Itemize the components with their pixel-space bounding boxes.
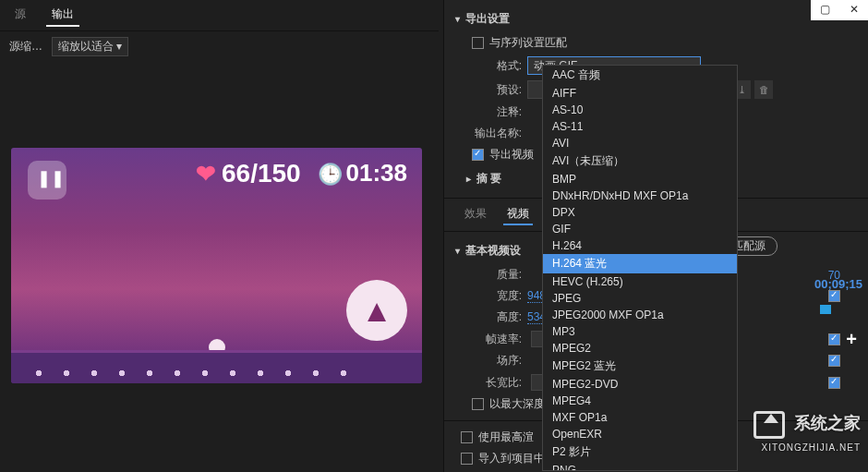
match-sequence-row[interactable]: 与序列设置匹配 <box>455 32 857 54</box>
format-option[interactable]: AAC 音频 <box>543 66 737 85</box>
output-name-label: 输出名称: <box>472 126 522 141</box>
window-buttons: ▢ ✕ <box>811 0 868 20</box>
zoom-controls: 源缩… 缩放以适合 ▾ <box>0 31 439 62</box>
format-option[interactable]: GIF <box>543 221 737 237</box>
use-max-render-label: 使用最高渲 <box>478 430 534 445</box>
house-icon <box>753 411 785 439</box>
export-settings-title: 导出设置 <box>465 11 510 27</box>
width-lock-checkbox[interactable] <box>828 290 840 302</box>
preset-delete-button[interactable]: 🗑 <box>754 80 773 99</box>
format-option[interactable]: P2 影片 <box>543 442 737 462</box>
export-video-label: 导出视频 <box>489 147 534 163</box>
watermark: 系统之家 XITONGZHIJIA.NET <box>753 411 861 455</box>
zoom-label: 源缩… <box>9 39 42 54</box>
add-marker-button[interactable]: + <box>846 329 857 350</box>
format-option[interactable]: MPEG4 <box>543 393 737 409</box>
quality-label: 质量: <box>472 267 522 283</box>
ground-dots <box>30 370 348 376</box>
fps-lock-checkbox[interactable] <box>828 333 840 345</box>
collapse-icon: ▾ <box>455 246 460 256</box>
jump-button[interactable]: ▲ <box>346 280 407 341</box>
format-option[interactable]: JPEG <box>543 290 737 307</box>
clock-icon: 🕒 <box>318 163 343 186</box>
maxdepth-checkbox[interactable] <box>472 398 484 410</box>
format-option[interactable]: HEVC (H.265) <box>543 273 737 290</box>
format-option[interactable]: DNxHR/DNxHD MXF OP1a <box>543 188 737 204</box>
aspect-label: 长宽比: <box>472 375 522 391</box>
arrow-up-icon: ▲ <box>361 293 392 329</box>
format-option[interactable]: OpenEXR <box>543 426 737 442</box>
collapse-icon: ▾ <box>455 14 460 24</box>
export-video-checkbox[interactable] <box>472 149 484 161</box>
format-option[interactable]: MPEG2 蓝光 <box>543 357 737 376</box>
format-option[interactable]: MXF OP1a <box>543 409 737 426</box>
format-option[interactable]: H.264 <box>543 237 737 254</box>
match-sequence-checkbox[interactable] <box>472 37 484 49</box>
use-max-render-checkbox[interactable] <box>461 431 473 443</box>
tab-effects[interactable]: 效果 <box>461 204 490 225</box>
order-lock-checkbox[interactable] <box>828 355 840 367</box>
format-option[interactable]: H.264 蓝光 <box>543 254 737 273</box>
tab-source[interactable]: 源 <box>9 4 31 27</box>
score-text: 66/150 <box>222 159 301 188</box>
format-option[interactable]: AIFF <box>543 85 737 102</box>
export-settings-header[interactable]: ▾ 导出设置 <box>455 6 857 32</box>
format-option[interactable]: AS-10 <box>543 102 737 118</box>
comment-label: 注释: <box>472 104 522 120</box>
tab-video[interactable]: 视频 <box>503 204 533 225</box>
fps-label: 帧速率: <box>472 332 522 347</box>
maxdepth-label: 以最大深度 <box>489 396 545 412</box>
timecode-display: 00;09;15 <box>814 277 862 291</box>
aspect-lock-checkbox[interactable] <box>828 377 840 389</box>
format-option[interactable]: PNG <box>543 462 737 471</box>
format-option[interactable]: BMP <box>543 171 737 188</box>
format-option[interactable]: DPX <box>543 204 737 221</box>
format-option[interactable]: AVI（未压缩） <box>543 151 737 171</box>
width-label: 宽度: <box>472 288 522 304</box>
zoom-select[interactable]: 缩放以适合 ▾ <box>52 37 128 56</box>
watermark-url: XITONGZHIJIA.NET <box>762 442 862 453</box>
basic-video-title: 基本视频设 <box>465 243 521 259</box>
format-option[interactable]: JPEG2000 MXF OP1a <box>543 307 737 323</box>
order-label: 场序: <box>472 353 522 369</box>
source-tabs: 源 输出 <box>0 0 439 31</box>
import-project-checkbox[interactable] <box>461 453 473 465</box>
preview-viewport: ❤66/150 🕒01:38 ▲ <box>11 148 422 383</box>
format-dropdown[interactable]: AAC 音频AIFFAS-10AS-11AVIAVI（未压缩）BMPDNxHR/… <box>542 65 738 471</box>
window-restore-button[interactable]: ▢ <box>811 0 839 20</box>
preset-label: 预设: <box>472 82 522 98</box>
format-option[interactable]: AS-11 <box>543 118 737 135</box>
format-option[interactable]: MP3 <box>543 323 737 340</box>
ground <box>11 350 422 383</box>
match-sequence-label: 与序列设置匹配 <box>489 35 567 51</box>
timer-display: 🕒01:38 <box>318 159 408 188</box>
summary-label: 摘 要 <box>476 171 501 187</box>
chevron-down-icon: ▾ <box>116 40 122 53</box>
import-project-label: 导入到项目中 <box>478 451 545 466</box>
zoom-select-value: 缩放以适合 <box>58 40 114 53</box>
heart-icon: ❤ <box>196 160 216 188</box>
timer-text: 01:38 <box>346 159 408 187</box>
format-option[interactable]: MPEG2-DVD <box>543 376 737 393</box>
expand-icon[interactable]: ▸ <box>466 174 471 184</box>
height-label: 高度: <box>472 309 522 325</box>
pause-button[interactable] <box>28 161 66 200</box>
watermark-title: 系统之家 <box>794 414 861 432</box>
source-panel: 源 输出 源缩… 缩放以适合 ▾ ❤66/150 🕒01:38 ▲ <box>0 0 439 472</box>
timeline-marker[interactable] <box>820 305 831 314</box>
format-label: 格式: <box>472 58 522 74</box>
score-display: ❤66/150 <box>196 159 301 188</box>
tab-output[interactable]: 输出 <box>46 4 79 27</box>
format-option[interactable]: MPEG2 <box>543 340 737 357</box>
window-close-button[interactable]: ✕ <box>839 0 868 20</box>
format-option[interactable]: AVI <box>543 135 737 151</box>
